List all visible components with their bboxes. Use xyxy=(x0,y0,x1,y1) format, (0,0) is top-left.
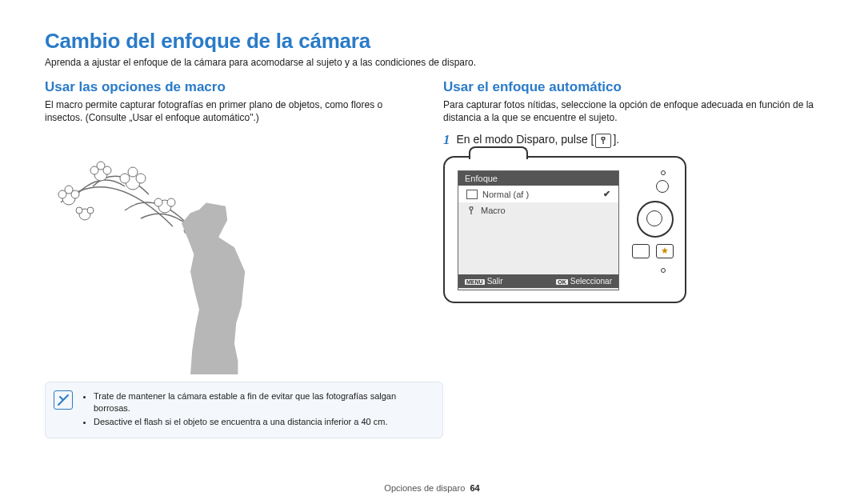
menu-option-label: Normal (af ) xyxy=(482,190,529,199)
svg-point-10 xyxy=(136,174,146,183)
menu-badge: MENU xyxy=(465,279,485,285)
svg-point-11 xyxy=(128,167,138,177)
svg-point-14 xyxy=(167,198,175,206)
left-body: El macro permite capturar fotografías en… xyxy=(45,98,421,124)
svg-point-19 xyxy=(76,207,82,214)
af-icon xyxy=(466,190,478,199)
page-subtitle: Aprenda a ajustar el enfoque de la cámar… xyxy=(45,57,819,68)
menu-option-macro: Macro xyxy=(458,202,618,218)
note-item: Trate de mantener la cámara estable a fi… xyxy=(94,390,433,414)
svg-point-13 xyxy=(154,198,162,206)
step-text-before: En el modo Disparo, pulse [ xyxy=(457,133,594,146)
ok-badge: OK xyxy=(556,279,568,285)
macro-key-icon xyxy=(595,134,611,148)
footer-section: Opciones de disparo xyxy=(384,483,465,493)
page-title: Cambio del enfoque de la cámara xyxy=(45,29,819,54)
note-box: Trate de mantener la cámara estable a fi… xyxy=(45,382,443,438)
svg-point-7 xyxy=(97,162,105,170)
camera-screen: Enfoque Normal (af ) ✔ Macro MENUSalir xyxy=(458,170,619,290)
footer-select-label: Seleccionar xyxy=(570,277,612,286)
screen-footer: MENUSalir OKSeleccionar xyxy=(458,274,618,288)
star-button-icon: ★ xyxy=(656,244,674,258)
macro-illustration xyxy=(45,130,285,370)
right-body: Para capturar fotos nítidas, seleccione … xyxy=(443,98,819,124)
menu-title: Enfoque xyxy=(458,171,618,186)
note-icon xyxy=(54,390,73,410)
check-icon: ✔ xyxy=(603,189,610,199)
step-number: 1 xyxy=(443,132,450,148)
step-text: En el modo Disparo, pulse []. xyxy=(457,133,620,147)
left-heading: Usar las opciones de macro xyxy=(45,79,421,95)
camera-controls: ★ xyxy=(629,169,677,290)
footer-exit-label: Salir xyxy=(487,277,503,286)
step-1: 1 En el modo Disparo, pulse []. xyxy=(443,132,819,148)
svg-point-3 xyxy=(65,186,73,194)
menu-option-normal: Normal (af ) ✔ xyxy=(458,186,618,202)
step-text-after: ]. xyxy=(613,133,619,146)
note-item: Desactive el flash si el objeto se encue… xyxy=(94,416,433,428)
camera-illustration: Enfoque Normal (af ) ✔ Macro MENUSalir xyxy=(443,156,686,303)
page-footer: Opciones de disparo 64 xyxy=(0,483,864,493)
svg-point-9 xyxy=(120,174,130,183)
svg-line-22 xyxy=(60,397,62,399)
tulip-icon xyxy=(466,206,476,215)
footer-page-number: 64 xyxy=(470,483,479,493)
menu-option-label: Macro xyxy=(481,206,506,215)
right-heading: Usar el enfoque automático xyxy=(443,79,819,95)
svg-point-20 xyxy=(87,207,94,214)
